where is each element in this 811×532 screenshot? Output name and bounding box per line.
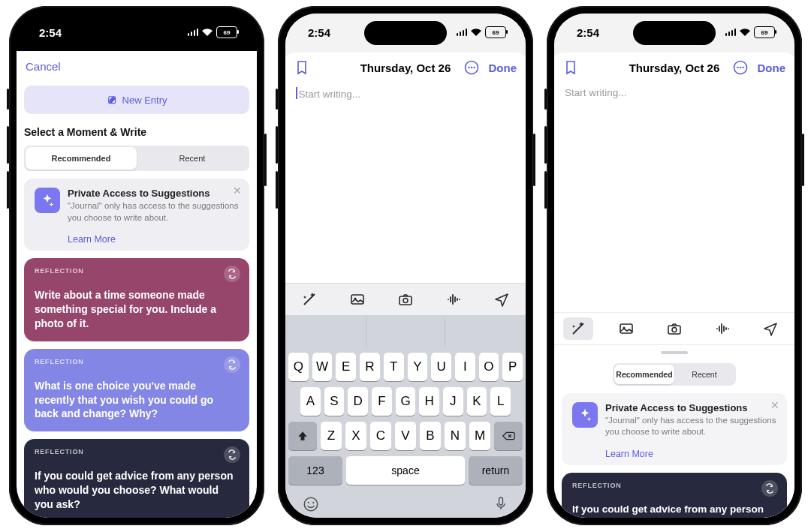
reflection-card-1[interactable]: REFLECTION Write about a time someone ma… xyxy=(24,258,249,341)
editor-textarea[interactable]: Start writing... xyxy=(554,83,794,312)
keyboard-row-4: 123 space return xyxy=(288,456,523,485)
key-o[interactable]: O xyxy=(479,353,499,381)
return-key[interactable]: return xyxy=(469,456,523,485)
numbers-key[interactable]: 123 xyxy=(288,456,342,485)
more-button[interactable] xyxy=(732,59,749,76)
segmented-control[interactable]: Recommended Recent xyxy=(24,146,249,171)
key-k[interactable]: K xyxy=(467,387,487,416)
key-b[interactable]: B xyxy=(420,422,441,450)
photo-icon[interactable] xyxy=(611,317,641,340)
sparkle-icon xyxy=(572,402,598,428)
key-z[interactable]: Z xyxy=(321,422,342,450)
cancel-button[interactable]: Cancel xyxy=(26,60,61,73)
key-y[interactable]: Y xyxy=(408,353,428,381)
photo-icon[interactable] xyxy=(342,288,372,311)
editor-textarea[interactable]: Start writing... xyxy=(285,83,526,283)
key-d[interactable]: D xyxy=(348,387,368,416)
battery-icon: 69 xyxy=(216,26,237,38)
wand-icon[interactable] xyxy=(563,317,593,340)
bookmark-button[interactable] xyxy=(294,59,309,76)
refresh-icon[interactable] xyxy=(224,356,240,373)
key-h[interactable]: H xyxy=(419,387,439,416)
space-key[interactable]: space xyxy=(346,456,465,485)
status-time: 2:54 xyxy=(308,26,330,39)
location-icon[interactable] xyxy=(755,317,785,340)
new-entry-button[interactable]: New Entry xyxy=(24,86,249,114)
more-button[interactable] xyxy=(463,59,480,76)
reflection-card[interactable]: REFLECTION If you could get advice from … xyxy=(562,473,787,518)
key-i[interactable]: I xyxy=(455,353,475,381)
panel-grabber[interactable] xyxy=(661,351,688,354)
backspace-key[interactable] xyxy=(494,422,523,450)
wand-icon[interactable] xyxy=(294,288,324,311)
key-c[interactable]: C xyxy=(370,422,391,450)
text-caret xyxy=(296,87,297,99)
camera-icon[interactable] xyxy=(390,288,421,311)
close-icon[interactable]: ✕ xyxy=(233,185,242,197)
reflection-card-2[interactable]: REFLECTION What is one choice you've mad… xyxy=(24,349,249,432)
tab-recent[interactable]: Recent xyxy=(137,147,248,170)
reflection-card-3[interactable]: REFLECTION If you could get advice from … xyxy=(24,439,249,518)
battery-icon: 69 xyxy=(485,26,506,38)
segmented-control[interactable]: Recommended Recent xyxy=(613,363,736,386)
nav-bar: Thursday, Oct 26 Done xyxy=(554,53,794,83)
key-m[interactable]: M xyxy=(469,422,490,450)
tab-recommended[interactable]: Recommended xyxy=(614,365,674,384)
bookmark-button[interactable] xyxy=(563,59,578,76)
key-r[interactable]: R xyxy=(360,353,380,381)
key-p[interactable]: P xyxy=(502,353,523,381)
editor-placeholder: Start writing... xyxy=(299,89,361,100)
keyboard-row-2: ASDFGHJKL xyxy=(288,387,523,416)
audio-icon[interactable] xyxy=(707,317,737,340)
done-button[interactable]: Done xyxy=(489,62,517,74)
battery-icon: 69 xyxy=(754,26,775,38)
cellular-icon xyxy=(188,29,199,36)
close-icon[interactable]: ✕ xyxy=(770,399,779,411)
privacy-info-card: Private Access to Suggestions "Journal" … xyxy=(24,179,249,251)
card-tag: REFLECTION xyxy=(35,448,239,455)
dynamic-island xyxy=(364,21,447,45)
status-time: 2:54 xyxy=(577,26,599,39)
key-w[interactable]: W xyxy=(312,353,333,381)
emoji-key[interactable] xyxy=(302,495,320,513)
key-s[interactable]: S xyxy=(324,387,345,416)
card-tag: REFLECTION xyxy=(35,358,239,365)
key-t[interactable]: T xyxy=(384,353,404,381)
key-g[interactable]: G xyxy=(396,387,416,416)
learn-more-link[interactable]: Learn More xyxy=(605,449,776,459)
key-e[interactable]: E xyxy=(336,353,356,381)
refresh-icon[interactable] xyxy=(224,266,240,282)
key-j[interactable]: J xyxy=(443,387,463,416)
camera-icon[interactable] xyxy=(659,317,689,340)
shift-key[interactable] xyxy=(288,422,317,450)
refresh-icon[interactable] xyxy=(224,446,240,463)
screen-1: 2:54 69 Cancel New Entry Select a Moment… xyxy=(17,14,257,518)
info-desc: "Journal" only has access to the suggest… xyxy=(605,415,776,438)
key-x[interactable]: X xyxy=(345,422,366,450)
card-tag: REFLECTION xyxy=(572,482,776,489)
key-l[interactable]: L xyxy=(490,387,511,416)
prediction-bar[interactable] xyxy=(288,318,523,347)
dynamic-island xyxy=(95,21,178,45)
key-q[interactable]: Q xyxy=(288,353,309,381)
dictation-key[interactable] xyxy=(493,495,509,513)
location-icon[interactable] xyxy=(487,288,517,311)
audio-icon[interactable] xyxy=(439,288,469,311)
key-n[interactable]: N xyxy=(445,422,466,450)
done-button[interactable]: Done xyxy=(758,62,786,74)
learn-more-link[interactable]: Learn More xyxy=(68,234,239,245)
keyboard-row-3: ZXCVBNM xyxy=(288,422,523,450)
key-v[interactable]: V xyxy=(395,422,416,450)
tab-recommended[interactable]: Recommended xyxy=(26,147,137,170)
status-bar: 2:54 69 xyxy=(17,14,257,51)
phone-2: 2:54 69 Thursday, Oct 26 Done Start writ… xyxy=(278,6,533,525)
keyboard[interactable]: QWERTYUIOP ASDFGHJKL ZXCVBNM 123 space r… xyxy=(285,315,526,518)
key-u[interactable]: U xyxy=(431,353,451,381)
key-a[interactable]: A xyxy=(300,387,321,416)
dynamic-island xyxy=(633,21,716,45)
key-f[interactable]: F xyxy=(372,387,392,416)
wifi-icon xyxy=(739,28,751,37)
tab-recent[interactable]: Recent xyxy=(674,365,734,384)
card-body: What is one choice you've made recently … xyxy=(35,379,239,422)
refresh-icon[interactable] xyxy=(761,480,778,497)
